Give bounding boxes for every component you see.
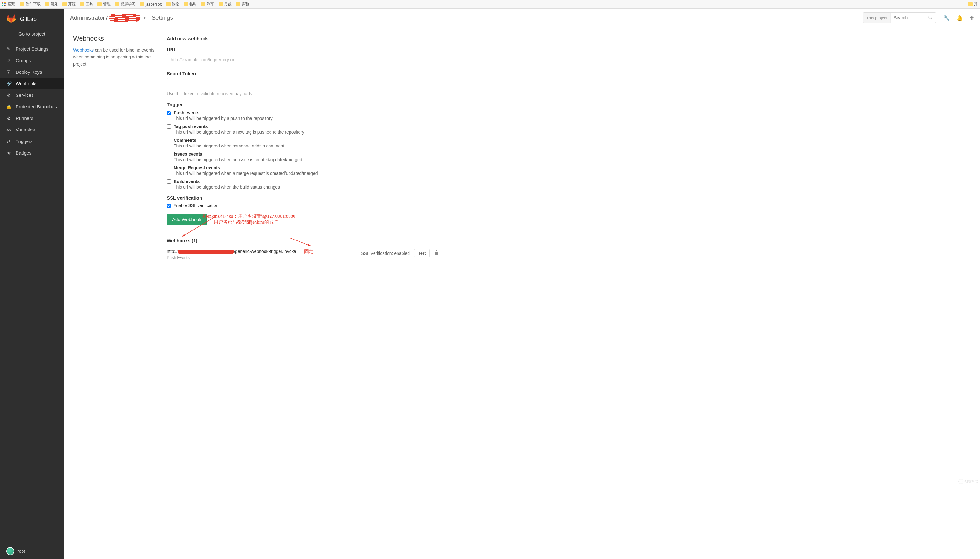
- secret-label: Secret Token: [167, 71, 438, 76]
- sidebar-user[interactable]: root: [0, 543, 64, 559]
- main: Administrator / ▼ · Settings This projec…: [64, 9, 980, 559]
- trigger-checkbox[interactable]: [167, 124, 171, 129]
- bell-icon[interactable]: 🔔: [957, 15, 963, 21]
- bookmark-label: 开源: [68, 2, 76, 7]
- trigger-desc: This url will be triggered when an issue…: [174, 157, 438, 162]
- annotation-text: 填jenkins地址如：用户名:密码@127.0.0.1:8080 用户名密码都…: [201, 213, 296, 225]
- webhook-tag: Push Events: [167, 255, 296, 260]
- retweet-icon: ⇄: [6, 139, 11, 144]
- wrench-icon[interactable]: 🔧: [944, 15, 950, 21]
- ssl-status: SSL Verification: enabled: [361, 251, 410, 256]
- url-prefix: http://: [167, 249, 178, 254]
- search-box[interactable]: This project: [863, 13, 936, 23]
- sidebar-item-runners[interactable]: ⚙Runners: [0, 112, 64, 124]
- search-icon[interactable]: [925, 14, 935, 21]
- bookmark-label: 实验: [242, 2, 249, 7]
- sidebar-item-protected-branches[interactable]: 🔒Protected Branches: [0, 101, 64, 112]
- ssl-enable-label: Enable SSL verification: [174, 203, 218, 208]
- breadcrumb-admin[interactable]: Administrator: [70, 14, 105, 21]
- trigger-tag-push: Tag push events This url will be trigger…: [167, 124, 438, 135]
- trigger-title: Push events: [174, 110, 199, 115]
- bookmark-item[interactable]: 开源: [63, 2, 76, 7]
- ssl-checkbox[interactable]: [167, 203, 171, 208]
- section-title: Webhooks: [73, 35, 157, 42]
- trigger-title: Comments: [174, 138, 196, 143]
- trigger-desc: This url will be triggered when a merge …: [174, 171, 438, 176]
- url-label: URL: [167, 47, 438, 52]
- sidebar-item-label: Protected Branches: [16, 104, 57, 109]
- sidebar: GitLab Go to project ✎Project Settings ↗…: [0, 9, 64, 559]
- bookmark-item[interactable]: 汽车: [201, 2, 214, 7]
- bookmark-item[interactable]: 视屏学习: [115, 2, 136, 7]
- bookmark-label: jaspersoft: [145, 2, 162, 7]
- sidebar-item-project-settings[interactable]: ✎Project Settings: [0, 43, 64, 55]
- bookmark-label: 软件下载: [26, 2, 41, 7]
- secret-input[interactable]: [167, 78, 438, 89]
- trash-icon[interactable]: [434, 250, 438, 256]
- bookmark-item[interactable]: 月嫂: [219, 2, 232, 7]
- trigger-build: Build events This url will be triggered …: [167, 179, 438, 190]
- sidebar-item-label: Runners: [16, 116, 33, 121]
- bookmark-item[interactable]: 软件下载: [20, 2, 41, 7]
- trigger-label: Trigger: [167, 102, 438, 107]
- trigger-checkbox[interactable]: [167, 138, 171, 142]
- content: Webhooks Webhooks can be used for bindin…: [64, 27, 980, 272]
- search-input[interactable]: [891, 15, 925, 20]
- gitlab-logo-icon: [6, 14, 16, 24]
- chevron-down-icon[interactable]: ▼: [143, 16, 146, 20]
- bookmark-item[interactable]: jaspersoft: [140, 2, 162, 7]
- bookmark-item[interactable]: 购物: [166, 2, 179, 7]
- webhook-url[interactable]: http:///generic-webhook-trigger/invoke: [167, 249, 296, 254]
- svg-line-1: [931, 18, 932, 19]
- test-button[interactable]: Test: [414, 249, 430, 257]
- go-to-project-link[interactable]: Go to project: [0, 27, 64, 43]
- sidebar-item-webhooks[interactable]: 🔗Webhooks: [0, 78, 64, 89]
- folder-icon: [201, 3, 205, 6]
- bookmark-label: 工具: [86, 2, 93, 7]
- trigger-desc: This url will be triggered when a new ta…: [174, 130, 438, 135]
- bookmark-item[interactable]: 临时: [183, 2, 197, 7]
- sidebar-item-groups[interactable]: ↗Groups: [0, 55, 64, 66]
- search-scope-badge[interactable]: This project: [863, 13, 891, 23]
- sidebar-item-triggers[interactable]: ⇄Triggers: [0, 136, 64, 147]
- trigger-checkbox[interactable]: [167, 152, 171, 156]
- share-icon: ↗: [6, 58, 11, 63]
- bookmark-item[interactable]: 实验: [236, 2, 249, 7]
- sidebar-item-deploy-keys[interactable]: ⚿Deploy Keys: [0, 66, 64, 78]
- url-input[interactable]: [167, 54, 438, 65]
- trigger-checkbox[interactable]: [167, 165, 171, 170]
- redacted-project-name[interactable]: [109, 14, 140, 22]
- bookmark-label: 月嫂: [224, 2, 232, 7]
- folder-icon: [183, 3, 188, 6]
- key-icon: ⚿: [6, 69, 11, 74]
- star-icon: ★: [6, 150, 11, 155]
- sidebar-item-label: Project Settings: [16, 46, 48, 51]
- sidebar-item-badges[interactable]: ★Badges: [0, 147, 64, 159]
- webhooks-link[interactable]: Webhooks: [73, 48, 94, 53]
- sidebar-item-label: Groups: [16, 58, 31, 63]
- brand[interactable]: GitLab: [0, 9, 64, 27]
- sidebar-item-label: Services: [16, 93, 34, 98]
- bookmark-apps[interactable]: 应用: [3, 2, 16, 7]
- trigger-checkbox[interactable]: [167, 179, 171, 184]
- plus-icon[interactable]: ✚: [970, 15, 974, 21]
- breadcrumb-settings: Settings: [152, 14, 173, 21]
- trigger-desc: This url will be triggered when someone …: [174, 143, 438, 148]
- sidebar-item-services[interactable]: ⚙Services: [0, 89, 64, 101]
- bookmark-item[interactable]: 工具: [80, 2, 93, 7]
- code-icon: </>: [6, 128, 11, 132]
- bookmark-item[interactable]: 管理: [98, 2, 111, 7]
- breadcrumb-dot: ·: [149, 14, 150, 21]
- trigger-title: Merge Request events: [174, 165, 220, 170]
- folder-icon: [98, 3, 102, 6]
- sidebar-item-variables[interactable]: </>Variables: [0, 124, 64, 136]
- bookmark-item[interactable]: 其: [968, 2, 977, 7]
- username: root: [18, 549, 25, 554]
- add-webhook-button[interactable]: Add Webhook: [167, 213, 207, 225]
- folder-icon: [140, 3, 144, 6]
- add-webhook-title: Add new webhook: [167, 36, 438, 41]
- trigger-checkbox[interactable]: [167, 111, 171, 115]
- webhook-form: Add new webhook URL Secret Token Use thi…: [167, 35, 438, 260]
- folder-icon: [63, 3, 67, 6]
- bookmark-item[interactable]: 娱乐: [45, 2, 58, 7]
